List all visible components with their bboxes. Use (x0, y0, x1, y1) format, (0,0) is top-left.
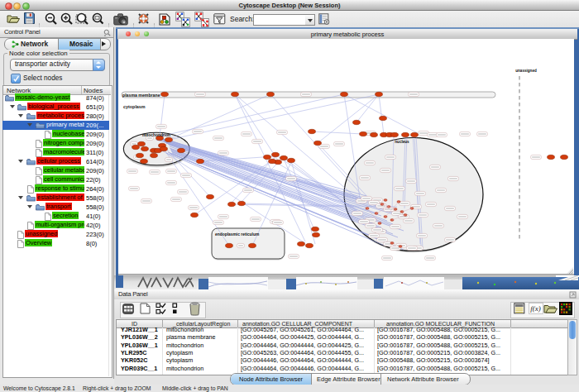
svg-text:nucleus: nucleus (395, 140, 409, 144)
svg-text:mitochondrion: mitochondrion (142, 133, 170, 137)
svg-text:cytoplasm: cytoplasm (123, 104, 146, 109)
svg-text:f(x): f(x) (530, 304, 541, 313)
svg-text:unassigned: unassigned (515, 69, 537, 73)
svg-text:endoplasmic reticulum: endoplasmic reticulum (215, 232, 260, 237)
svg-text:plasma membrane: plasma membrane (122, 93, 160, 98)
